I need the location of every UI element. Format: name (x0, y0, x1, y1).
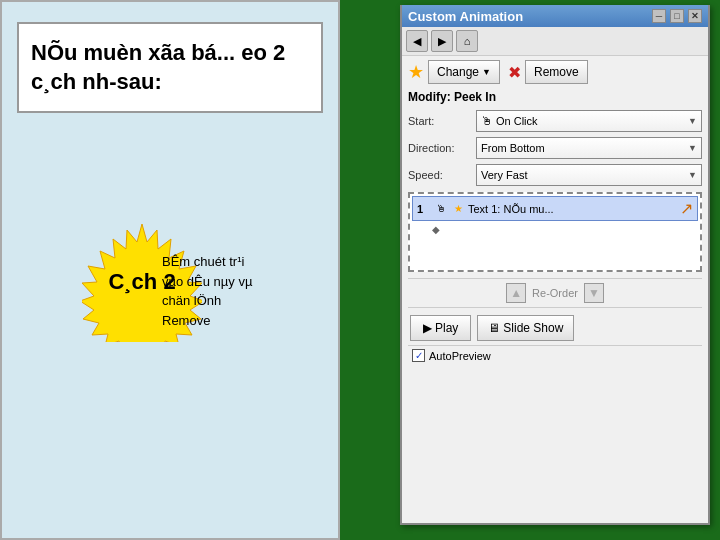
direction-dropdown[interactable]: From Bottom ▼ (476, 137, 702, 159)
custom-animation-panel: Custom Animation ─ □ ✕ ◀ ▶ ⌂ ★ Change ▼ … (400, 5, 710, 525)
change-button[interactable]: Change ▼ (428, 60, 500, 84)
toolbar-forward-icon[interactable]: ▶ (431, 30, 453, 52)
toolbar-home-icon[interactable]: ⌂ (456, 30, 478, 52)
panel-body: ★ Change ▼ ✖ Remove Modify: Peek In Star… (402, 56, 708, 369)
divider (408, 278, 702, 279)
play-button[interactable]: ▶ Play (410, 315, 471, 341)
speed-row: Speed: Very Fast ▼ (408, 164, 702, 186)
reorder-label: Re-Order (532, 287, 578, 299)
auto-preview-checkbox[interactable]: ✓ (412, 349, 425, 362)
change-dropdown-icon: ▼ (482, 67, 491, 77)
remove-button[interactable]: Remove (525, 60, 588, 84)
anim-sub-item: ◆ (412, 222, 698, 237)
direction-value: From Bottom (481, 142, 545, 154)
reorder-up-button[interactable]: ▲ (506, 283, 526, 303)
close-button[interactable]: ✕ (688, 9, 702, 23)
slideshow-icon: 🖥 (488, 321, 500, 335)
modify-label: Modify: Peek In (408, 90, 702, 104)
toolbar-back-icon[interactable]: ◀ (406, 30, 428, 52)
animation-list: 1 🖱 ★ Text 1: NÕu mu... ↗ ◆ (408, 192, 702, 272)
speed-dropdown-arrow: ▼ (688, 170, 697, 180)
direction-row: Direction: From Bottom ▼ (408, 137, 702, 159)
slide-instruction: BÊm chuét tr¹i vµo dÊu nµy vµ chän lÖnh … (162, 252, 322, 330)
panel-title: Custom Animation (408, 9, 523, 24)
anim-item-number: 1 (417, 203, 431, 215)
speed-dropdown[interactable]: Very Fast ▼ (476, 164, 702, 186)
reorder-section: ▲ Re-Order ▼ (408, 283, 702, 303)
speed-label: Speed: (408, 169, 476, 181)
slide-background: NÕu muèn xãa bá... eo 2 c¸ch nh-sau: C¸c… (0, 0, 340, 540)
anim-item-text: Text 1: NÕu mu... (468, 203, 677, 215)
speed-value: Very Fast (481, 169, 527, 181)
anim-arrow-cursor: ↗ (680, 199, 693, 218)
start-dropdown-arrow: ▼ (688, 116, 697, 126)
restore-button[interactable]: □ (670, 9, 684, 23)
minimize-button[interactable]: ─ (652, 9, 666, 23)
change-remove-row: ★ Change ▼ ✖ Remove (408, 60, 702, 84)
panel-toolbar: ◀ ▶ ⌂ (402, 27, 708, 56)
click-icon: 🖱 (481, 114, 493, 128)
start-value: On Click (496, 115, 538, 127)
divider-2 (408, 307, 702, 308)
start-label: Start: (408, 115, 476, 127)
direction-label: Direction: (408, 142, 476, 154)
play-icon: ▶ (423, 321, 432, 335)
star-icon: ★ (408, 61, 424, 83)
anim-list-item[interactable]: 1 🖱 ★ Text 1: NÕu mu... ↗ (412, 196, 698, 221)
bottom-buttons: ▶ Play 🖥 Slide Show (408, 311, 702, 345)
anim-sub-icon: ◆ (432, 224, 440, 235)
remove-icon: ✖ (508, 63, 521, 82)
start-dropdown[interactable]: 🖱 On Click ▼ (476, 110, 702, 132)
slide-header: NÕu muèn xãa bá... eo 2 c¸ch nh-sau: (17, 22, 323, 113)
reorder-down-button[interactable]: ▼ (584, 283, 604, 303)
slideshow-button[interactable]: 🖥 Slide Show (477, 315, 574, 341)
auto-preview-label: AutoPreview (429, 350, 491, 362)
direction-dropdown-arrow: ▼ (688, 143, 697, 153)
anim-mouse-icon: 🖱 (434, 202, 448, 216)
panel-titlebar: Custom Animation ─ □ ✕ (402, 5, 708, 27)
start-row: Start: 🖱 On Click ▼ (408, 110, 702, 132)
anim-star-icon: ★ (451, 202, 465, 216)
auto-preview-row: ✓ AutoPreview (408, 345, 702, 365)
titlebar-buttons: ─ □ ✕ (652, 9, 702, 23)
